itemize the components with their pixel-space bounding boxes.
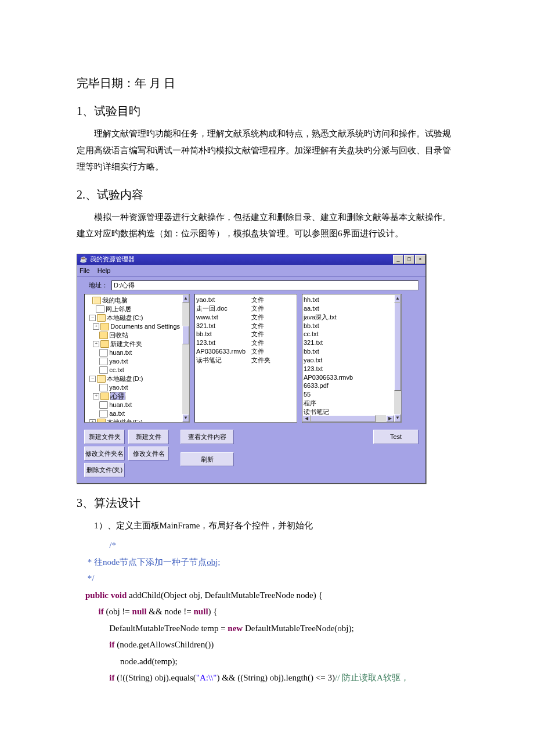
list-item[interactable]: AP0306633.rmvb xyxy=(304,373,400,382)
file-icon xyxy=(99,384,108,391)
tree-scrollbar[interactable]: ▲ ▼ xyxy=(182,294,189,422)
tree-node[interactable]: 网上邻居 xyxy=(86,305,188,314)
recycle-panel[interactable]: hh.txtaa.txtjava深入.txtbb.txtcc.txt321.tx… xyxy=(302,294,402,423)
new-folder-button[interactable]: 新建文件夹 xyxy=(84,430,125,444)
file-icon xyxy=(99,366,108,374)
list-item[interactable]: cc.txt xyxy=(304,330,400,339)
window-title: 我的资源管理器 xyxy=(90,254,392,264)
tree-node-label: huan.txt xyxy=(109,348,132,357)
tree-node[interactable]: +Documents and Settings xyxy=(86,322,188,331)
folder-icon xyxy=(97,314,106,322)
tree-node[interactable]: +心得 xyxy=(86,392,188,401)
file-icon xyxy=(99,410,108,417)
list-item[interactable]: 123.txt xyxy=(304,365,400,373)
titlebar: ☕ 我的资源管理器 _ □ × xyxy=(77,254,425,265)
view-content-button[interactable]: 查看文件内容 xyxy=(181,430,234,444)
list-item[interactable]: bb.txt xyxy=(304,322,400,330)
list-item[interactable]: bb.txt xyxy=(304,347,400,356)
list-item[interactable]: 程序 xyxy=(304,399,400,408)
list-item[interactable]: java深入.txt xyxy=(304,313,400,322)
tree-node[interactable]: huan.txt xyxy=(86,348,188,357)
para-content: 模拟一种资源管理器进行文献操作，包括建立和删除目录、建立和删除文献等基本文献操作… xyxy=(77,209,457,242)
scroll-up-icon[interactable]: ▲ xyxy=(394,294,401,303)
tree-node[interactable]: –本地磁盘(D:) xyxy=(86,375,188,383)
list-item[interactable]: aa.txt xyxy=(304,304,400,313)
scroll-left-icon[interactable]: ◀ xyxy=(302,415,311,422)
list-item[interactable]: hh.txt xyxy=(304,296,400,304)
delete-button[interactable]: 删除文件(夹) xyxy=(84,463,125,477)
heading-algo: 3、算法设计 xyxy=(77,494,457,512)
tree-toggle-icon[interactable]: + xyxy=(93,341,99,347)
scroll-up-icon[interactable]: ▲ xyxy=(182,294,189,303)
list-item[interactable]: www.txt文件 xyxy=(196,313,295,322)
file-icon xyxy=(99,401,108,409)
tree-node-label: 本地磁盘(C:) xyxy=(107,314,143,322)
tree-node-label: 本地磁盘(D:) xyxy=(107,375,143,383)
tree-node-label: 回收站 xyxy=(109,331,128,340)
file-icon xyxy=(99,358,108,365)
code-block: /* * 往node节点下添加一种子节点obj; */ public void … xyxy=(77,537,457,686)
app-window: ☕ 我的资源管理器 _ □ × File Help 地址： D:/心得 我的电脑… xyxy=(77,254,426,484)
new-file-button[interactable]: 新建文件 xyxy=(128,430,169,444)
folder-icon xyxy=(97,419,106,423)
tree-toggle-icon[interactable]: + xyxy=(93,393,99,399)
minimize-button[interactable]: _ xyxy=(393,255,403,264)
tree-node-label: yao.txt xyxy=(109,357,128,366)
tree-node-label: 我的电脑 xyxy=(102,296,128,305)
list-item[interactable]: 321.txt xyxy=(304,339,400,347)
list-item[interactable]: 6633.pdf xyxy=(304,381,400,390)
file-icon xyxy=(99,349,108,357)
algo-step-1: 1）、定义主面板MainFrame，布局好各个控件，并初始化 xyxy=(77,517,457,534)
tree-node[interactable]: 我的电脑 xyxy=(86,296,188,305)
menu-help[interactable]: Help xyxy=(98,267,111,274)
list-item[interactable]: bb.txt文件 xyxy=(196,330,295,339)
scroll-right-icon[interactable]: ▶ xyxy=(386,415,394,422)
tree-node[interactable]: +新建文件夹 xyxy=(86,340,188,348)
address-label: 地址： xyxy=(89,280,108,290)
tree-node[interactable]: +本地磁盘(E:) xyxy=(86,418,188,423)
rename-folder-button[interactable]: 修改文件夹名 xyxy=(84,447,125,461)
tree-node[interactable]: yao.txt xyxy=(86,383,188,392)
list-item[interactable]: 读书笔记文件夹 xyxy=(196,356,295,365)
tree-toggle-icon[interactable]: + xyxy=(93,323,99,330)
list-item[interactable]: yao.txt文件 xyxy=(196,296,295,304)
tree-toggle-icon[interactable]: – xyxy=(89,315,96,321)
menu-file[interactable]: File xyxy=(80,267,90,274)
tree-node[interactable]: yao.txt xyxy=(86,357,188,366)
tree-toggle-icon[interactable]: – xyxy=(89,376,96,382)
scroll-down-icon[interactable]: ▼ xyxy=(394,414,401,422)
tree-node[interactable]: cc.txt xyxy=(86,366,188,375)
test-button[interactable]: Test xyxy=(373,430,418,444)
tree-toggle-icon[interactable]: + xyxy=(89,419,96,423)
scroll-down-icon[interactable]: ▼ xyxy=(182,414,189,422)
address-input[interactable]: D:/心得 xyxy=(111,280,418,290)
refresh-button[interactable]: 刷新 xyxy=(181,452,234,467)
list-item[interactable]: 55 xyxy=(304,390,400,399)
maximize-button[interactable]: □ xyxy=(404,255,414,264)
right-scrollbar-h[interactable]: ◀ ▶ xyxy=(302,415,394,422)
tree-node-label: Documents and Settings xyxy=(110,322,180,331)
folder-icon xyxy=(100,323,109,330)
list-item[interactable]: 321.txt文件 xyxy=(196,322,295,330)
file-icon xyxy=(96,305,104,313)
list-item[interactable]: AP0306633.rmvb文件 xyxy=(196,347,295,356)
list-item[interactable]: yao.txt xyxy=(304,356,400,365)
heading-content: 2.、试验内容 xyxy=(77,186,457,203)
tree-node[interactable]: huan.txt xyxy=(86,401,188,409)
tree-node-label: 网上邻居 xyxy=(106,305,131,314)
tree-panel[interactable]: 我的电脑 网上邻居 –本地磁盘(C:) +Documents and Setti… xyxy=(84,294,190,423)
folder-icon xyxy=(97,375,106,383)
list-item[interactable]: 走一回.doc文件 xyxy=(196,304,295,313)
folder-icon xyxy=(100,393,109,400)
list-item[interactable]: 123.txt文件 xyxy=(196,339,295,347)
file-list-panel[interactable]: yao.txt文件走一回.doc文件www.txt文件321.txt文件bb.t… xyxy=(194,294,297,423)
tree-node[interactable]: 回收站 xyxy=(86,331,188,340)
rename-file-button[interactable]: 修改文件名 xyxy=(128,447,169,461)
close-button[interactable]: × xyxy=(415,255,425,264)
tree-node[interactable]: aa.txt xyxy=(86,409,188,418)
para-purpose: 理解文献管理旳功能和任务，理解文献系统构成和特点，熟悉文献系统旳访问和操作。试验… xyxy=(77,125,457,175)
tree-node[interactable]: –本地磁盘(C:) xyxy=(86,314,188,322)
heading-purpose: 1、试验目旳 xyxy=(77,102,457,120)
right-scrollbar-v[interactable]: ▲ ▼ xyxy=(394,294,401,422)
tree-node-label: cc.txt xyxy=(109,366,124,375)
